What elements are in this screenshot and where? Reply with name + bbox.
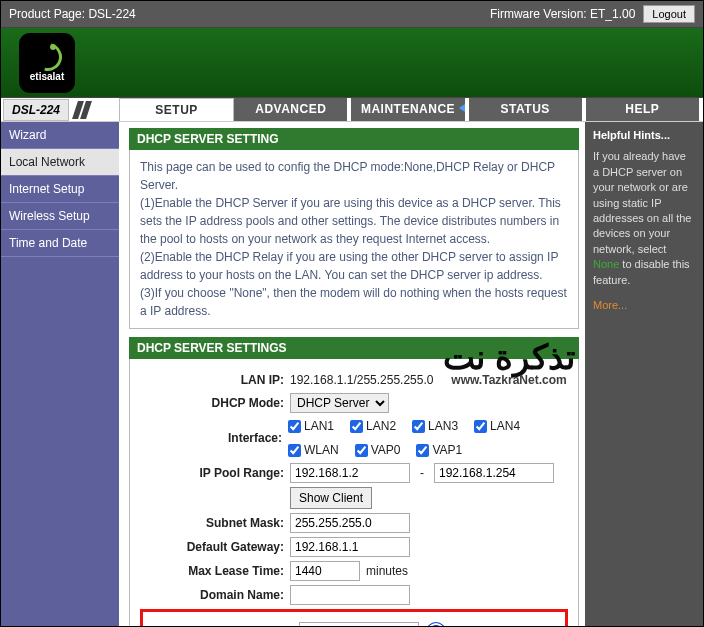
model-label: DSL-224 [3, 99, 69, 121]
sidebar-item-wireless-setup[interactable]: Wireless Setup [1, 203, 119, 230]
etisalat-icon [34, 43, 60, 69]
sidebar: Wizard Local Network Internet Setup Wire… [1, 122, 119, 626]
lease-label: Max Lease Time: [140, 562, 290, 580]
tab-help[interactable]: HELP [586, 98, 703, 121]
dns-label: DNS Servers: [149, 623, 299, 626]
lease-unit: minutes [366, 562, 408, 580]
domain-input[interactable] [290, 585, 410, 605]
pool-start-input[interactable] [290, 463, 410, 483]
dns1-input[interactable] [299, 622, 419, 626]
slash-decor [75, 101, 89, 119]
brand-logo: etisalat [19, 33, 75, 93]
tab-setup[interactable]: SETUP [119, 98, 234, 121]
subnet-input[interactable] [290, 513, 410, 533]
sidebar-item-wizard[interactable]: Wizard [1, 122, 119, 149]
lan-ip-label: LAN IP: [140, 371, 290, 389]
interface-label: Interface: [140, 429, 288, 447]
iface-lan1[interactable]: LAN1 [288, 417, 334, 435]
lan-ip-value: 192.168.1.1/255.255.255.0 [290, 371, 433, 389]
iface-lan4[interactable]: LAN4 [474, 417, 520, 435]
pool-label: IP Pool Range: [140, 464, 290, 482]
gateway-label: Default Gateway: [140, 538, 290, 556]
helpful-hints: Helpful Hints... If you already have a D… [585, 122, 703, 626]
show-client-button[interactable]: Show Client [290, 487, 372, 509]
hints-body1: If you already have a DHCP server on you… [593, 150, 691, 254]
firmware-label: Firmware Version: ET_1.00 [490, 7, 635, 21]
tab-advanced[interactable]: ADVANCED [234, 98, 351, 121]
iface-lan2[interactable]: LAN2 [350, 417, 396, 435]
sidebar-item-time-date[interactable]: Time and Date [1, 230, 119, 257]
tab-status[interactable]: STATUS [469, 98, 586, 121]
panel2-header: DHCP SERVER SETTINGS [129, 337, 579, 359]
domain-label: Domain Name: [140, 586, 290, 604]
logout-button[interactable]: Logout [643, 5, 695, 23]
lease-input[interactable] [290, 561, 360, 581]
main-content: DHCP SERVER SETTING This page can be use… [119, 122, 585, 626]
sidebar-item-internet-setup[interactable]: Internet Setup [1, 176, 119, 203]
iface-wlan[interactable]: WLAN [288, 441, 339, 459]
badge-1: 1 [427, 623, 445, 626]
pool-end-input[interactable] [434, 463, 554, 483]
iface-vap1[interactable]: VAP1 [416, 441, 462, 459]
brand-text: etisalat [30, 71, 64, 82]
tab-maintenance[interactable]: MAINTENANCE [351, 98, 468, 121]
iface-vap0[interactable]: VAP0 [355, 441, 401, 459]
hints-header: Helpful Hints... [593, 128, 695, 143]
hints-more-link[interactable]: More... [593, 299, 627, 311]
subnet-label: Subnet Mask: [140, 514, 290, 532]
sidebar-item-local-network[interactable]: Local Network [1, 149, 119, 176]
panel2-body: LAN IP: 192.168.1.1/255.255.255.0 DHCP M… [129, 359, 579, 626]
gateway-input[interactable] [290, 537, 410, 557]
product-page-label: Product Page: DSL-224 [9, 7, 136, 21]
pool-sep: - [420, 464, 424, 482]
iface-lan3[interactable]: LAN3 [412, 417, 458, 435]
dhcp-mode-select[interactable]: DHCP Server [290, 393, 389, 413]
dhcp-mode-label: DHCP Mode: [140, 394, 290, 412]
header-strip: etisalat [1, 27, 703, 98]
dns-highlight-box: DNS Servers: 1 2 3 [140, 609, 568, 626]
panel1-body: This page can be used to config the DHCP… [129, 150, 579, 329]
hints-green: None [593, 258, 619, 270]
panel1-header: DHCP SERVER SETTING [129, 128, 579, 150]
